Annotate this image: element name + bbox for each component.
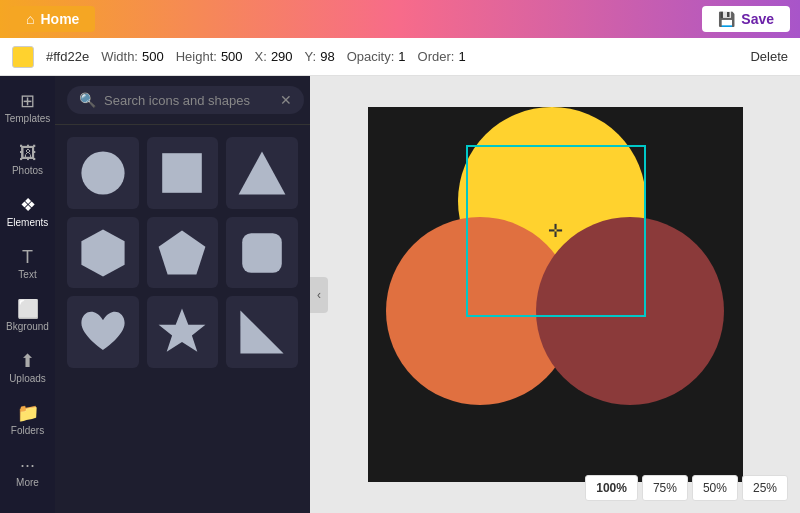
shape-pentagon[interactable] [147,217,219,289]
sidebar-item-folders[interactable]: 📁Folders [4,396,52,444]
background-icon: ⬜ [17,300,39,318]
width-value: 500 [142,49,164,64]
properties-bar: #ffd22e Width: 500 Height: 500 X: 290 Y:… [0,38,800,76]
sidebar-item-photos[interactable]: 🖼Photos [4,136,52,184]
sidebar-item-label: Bkground [6,321,49,332]
canvas-area: ‹ ✛ 100%75%50%25% [310,76,800,513]
sidebar-item-label: Text [18,269,36,280]
order-prop: Order: 1 [418,49,466,64]
save-button[interactable]: 💾 Save [702,6,790,32]
zoom-controls: 100%75%50%25% [585,475,788,501]
zoom-btn-50[interactable]: 50% [692,475,738,501]
zoom-btn-75[interactable]: 75% [642,475,688,501]
search-icon: 🔍 [79,92,96,108]
svg-marker-6 [159,309,206,352]
more-icon: ··· [20,456,35,474]
height-value: 500 [221,49,243,64]
collapse-panel-button[interactable]: ‹ [310,277,328,313]
zoom-btn-25[interactable]: 25% [742,475,788,501]
y-prop: Y: 98 [305,49,335,64]
x-value: 290 [271,49,293,64]
folders-icon: 📁 [17,404,39,422]
svg-marker-2 [239,151,286,194]
sidebar-item-label: Uploads [9,373,46,384]
delete-button[interactable]: Delete [750,49,788,64]
x-label: X: [255,49,267,64]
sidebar-item-elements[interactable]: ❖Elements [4,188,52,236]
width-label: Width: [101,49,138,64]
svg-rect-5 [242,233,282,273]
zoom-btn-100[interactable]: 100% [585,475,638,501]
shape-rounded-square[interactable] [226,217,298,289]
shapes-grid [55,125,310,380]
order-value: 1 [458,49,465,64]
opacity-prop: Opacity: 1 [347,49,406,64]
sidebar-item-label: Photos [12,165,43,176]
width-prop: Width: 500 [101,49,164,64]
photos-icon: 🖼 [19,144,37,162]
color-swatch[interactable] [12,46,34,68]
x-prop: X: 290 [255,49,293,64]
svg-marker-7 [241,311,284,354]
shape-circle[interactable] [67,137,139,209]
shape-hexagon[interactable] [67,217,139,289]
home-label: Home [40,11,79,27]
height-prop: Height: 500 [176,49,243,64]
opacity-value: 1 [398,49,405,64]
sidebar-item-label: Folders [11,425,44,436]
uploads-icon: ⬆ [20,352,35,370]
shape-triangle-right[interactable] [226,296,298,368]
sidebar-item-uploads[interactable]: ⬆Uploads [4,344,52,392]
shape-triangle[interactable] [226,137,298,209]
sidebar-item-more[interactable]: ···More [4,448,52,496]
main-content: ⊞Templates🖼Photos❖ElementsTText⬜Bkground… [0,76,800,513]
color-hex-value: #ffd22e [46,49,89,64]
opacity-label: Opacity: [347,49,395,64]
sidebar-item-templates[interactable]: ⊞Templates [4,84,52,132]
shape-star[interactable] [147,296,219,368]
sidebar-item-label: More [16,477,39,488]
elements-icon: ❖ [20,196,36,214]
svg-rect-1 [163,153,203,193]
sidebar-item-background[interactable]: ⬜Bkground [4,292,52,340]
shape-heart[interactable] [67,296,139,368]
home-button[interactable]: ⌂ Home [10,6,95,32]
search-input[interactable] [104,93,272,108]
elements-panel: 🔍 ✕ [55,76,310,513]
text-icon: T [22,248,33,266]
clear-search-button[interactable]: ✕ [280,92,292,108]
svg-marker-3 [81,229,124,276]
svg-marker-4 [159,230,206,274]
height-label: Height: [176,49,217,64]
search-bar: 🔍 ✕ [55,76,310,125]
topbar: ⌂ Home 💾 Save [0,0,800,38]
sidebar-item-text[interactable]: TText [4,240,52,288]
y-label: Y: [305,49,317,64]
svg-point-0 [81,151,124,194]
templates-icon: ⊞ [20,92,35,110]
canvas[interactable]: ✛ [368,107,743,482]
circle-brown[interactable] [536,217,724,405]
save-icon: 💾 [718,11,735,27]
order-label: Order: [418,49,455,64]
sidebar-item-label: Templates [5,113,51,124]
save-label: Save [741,11,774,27]
home-icon: ⌂ [26,11,34,27]
search-input-wrap: 🔍 ✕ [67,86,304,114]
shape-square[interactable] [147,137,219,209]
sidebar-nav: ⊞Templates🖼Photos❖ElementsTText⬜Bkground… [0,76,55,513]
y-value: 98 [320,49,334,64]
sidebar-item-label: Elements [7,217,49,228]
